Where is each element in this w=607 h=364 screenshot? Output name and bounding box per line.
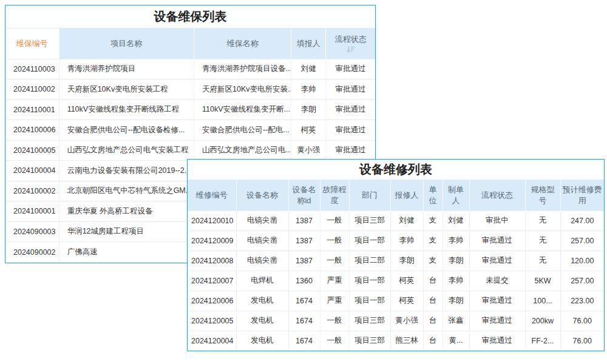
table-row[interactable]: 2024110003青海洪湖养护院项目青海洪湖养护院项目设备...刘健审批通过 bbox=[5, 59, 375, 79]
cell-dept: 项目二部 bbox=[349, 251, 390, 271]
cell-severity: 一般 bbox=[320, 211, 349, 231]
cell-status: 审批通过 bbox=[326, 140, 375, 161]
cell-device_id: 1387 bbox=[288, 231, 320, 251]
maintenance-header-status[interactable]: 流程状态 bbox=[326, 29, 375, 59]
cell-device[interactable]: 发电机 bbox=[236, 291, 288, 311]
table-row[interactable]: 2024120007电焊机1360严重项目一部柯英台李帅未提交5KW257.00 bbox=[188, 271, 604, 291]
cell-device[interactable]: 电镐尖凿 bbox=[236, 211, 288, 231]
cell-project[interactable]: 安徽合肥供电公司--配电设备检修... bbox=[59, 120, 194, 141]
table-row[interactable]: 2024110001110kV安徽线程集变开断线路工程110kV安徽线程集变开断… bbox=[5, 99, 375, 120]
cell-id[interactable]: 2024100005 bbox=[5, 140, 59, 161]
column-label: 规格型号 bbox=[531, 185, 555, 205]
repair-header-row: 维修编号设备名称设备名称id故障程度部门报修人单位制单人流程状态规格型号预计维修… bbox=[188, 180, 604, 211]
cell-cost: 120.00 bbox=[560, 251, 604, 271]
cell-id[interactable]: 2024120004 bbox=[188, 331, 236, 351]
cell-id[interactable]: 2024110001 bbox=[5, 99, 59, 120]
repair-header-spec: 规格型号 bbox=[525, 180, 560, 211]
cell-creator[interactable]: 刘健 bbox=[443, 211, 469, 231]
repair-header-device_id: 设备名称id bbox=[288, 180, 320, 211]
cell-id[interactable]: 2024100002 bbox=[5, 181, 59, 201]
repair-header-unit: 单位 bbox=[423, 180, 443, 211]
cell-spec: 200kw bbox=[525, 311, 560, 331]
sort-amount-icon bbox=[347, 46, 355, 53]
cell-id[interactable]: 2024100001 bbox=[5, 201, 59, 222]
cell-project[interactable]: 华润12城房建工程项目 bbox=[59, 221, 194, 242]
cell-id[interactable]: 2024120010 bbox=[188, 211, 236, 231]
cell-id[interactable]: 2024090003 bbox=[5, 221, 59, 242]
cell-severity: 一般 bbox=[320, 251, 349, 271]
cell-reporter[interactable]: 柯英 bbox=[390, 291, 423, 311]
table-row[interactable]: 2024120009电镐尖凿1387一般项目一部李帅支李帅审批通过无257.00 bbox=[188, 231, 604, 251]
cell-reporter[interactable]: 黄小强 bbox=[291, 140, 326, 161]
cell-id[interactable]: 2024120005 bbox=[188, 311, 236, 331]
cell-id[interactable]: 2024110002 bbox=[5, 79, 59, 100]
cell-unit: 支 bbox=[423, 251, 443, 271]
cell-reporter[interactable]: 黄小强 bbox=[390, 311, 423, 331]
table-row[interactable]: 2024120008电镐尖凿1387一般项目二部李朗支李朗审批通过无120.00 bbox=[188, 251, 604, 271]
cell-creator[interactable]: 黄... bbox=[443, 331, 469, 351]
table-row[interactable]: 2024100005山西弘文房地产总公司电气安装工程山西弘文房地产总公司电...… bbox=[5, 140, 375, 161]
cell-id[interactable]: 2024120007 bbox=[188, 271, 236, 291]
cell-id[interactable]: 2024100004 bbox=[5, 161, 59, 181]
cell-reporter[interactable]: 柯英 bbox=[291, 120, 326, 141]
cell-device[interactable]: 发电机 bbox=[236, 311, 288, 331]
cell-id[interactable]: 2024120006 bbox=[188, 291, 236, 311]
cell-device[interactable]: 电镐尖凿 bbox=[236, 251, 288, 271]
cell-name[interactable]: 天府新区10Kv变电所安装... bbox=[194, 79, 291, 100]
cell-creator[interactable]: 李朗 bbox=[443, 251, 469, 271]
table-row[interactable]: 2024120004发电机1674一般项目三部熊三林台黄...审批通过FF-2.… bbox=[188, 331, 604, 351]
repair-header-cost: 预计维修费用 bbox=[560, 180, 604, 211]
cell-device[interactable]: 发电机 bbox=[236, 331, 288, 351]
repair-header-status: 流程状态 bbox=[469, 180, 525, 211]
maintenance-header-reporter: 填报人 bbox=[291, 29, 326, 59]
cell-id[interactable]: 2024100006 bbox=[5, 120, 59, 141]
column-label: 项目名称 bbox=[110, 39, 142, 48]
cell-reporter[interactable]: 柯英 bbox=[390, 271, 423, 291]
cell-dept: 项目三部 bbox=[349, 211, 390, 231]
cell-reporter[interactable]: 刘健 bbox=[291, 59, 326, 79]
cell-id[interactable]: 2024110003 bbox=[5, 59, 59, 79]
cell-id[interactable]: 2024120008 bbox=[188, 251, 236, 271]
cell-reporter[interactable]: 李帅 bbox=[291, 79, 326, 100]
cell-device[interactable]: 电焊机 bbox=[236, 271, 288, 291]
cell-dept: 项目一部 bbox=[349, 291, 390, 311]
cell-severity: 一般 bbox=[320, 231, 349, 251]
cell-id[interactable]: 2024120009 bbox=[188, 231, 236, 251]
repair-header-creator: 制单人 bbox=[443, 180, 469, 211]
cell-creator[interactable]: 李朗 bbox=[443, 291, 469, 311]
cell-project[interactable]: 110kV安徽线程集变开断线路工程 bbox=[59, 99, 194, 120]
repair-table-title: 设备维修列表 bbox=[188, 160, 604, 180]
table-row[interactable]: 2024100006安徽合肥供电公司--配电设备检修...安徽合肥供电公司--配… bbox=[5, 120, 375, 141]
cell-name[interactable]: 安徽合肥供电公司--配电... bbox=[194, 120, 291, 141]
cell-status: 审批通过 bbox=[469, 291, 525, 311]
cell-name[interactable]: 青海洪湖养护院项目设备... bbox=[194, 59, 291, 79]
cell-creator[interactable]: 李帅 bbox=[443, 231, 469, 251]
cell-project[interactable]: 重庆华夏 外高桥工程设备 bbox=[59, 201, 194, 222]
cell-reporter[interactable]: 李帅 bbox=[390, 231, 423, 251]
cell-project[interactable]: 云南电力设备安装有限公司2019--2... bbox=[59, 161, 194, 181]
cell-creator[interactable]: 张鑫 bbox=[443, 311, 469, 331]
cell-reporter[interactable]: 李朗 bbox=[291, 99, 326, 120]
cell-reporter[interactable]: 熊三林 bbox=[390, 331, 423, 351]
cell-unit: 台 bbox=[423, 311, 443, 331]
cell-spec: FF-2... bbox=[525, 331, 560, 351]
table-row[interactable]: 2024120005发电机1674一般项目三部黄小强台张鑫审批通过200kw76… bbox=[188, 311, 604, 331]
cell-project[interactable]: 青海洪湖养护院项目 bbox=[59, 59, 194, 79]
cell-dept: 项目一部 bbox=[349, 231, 390, 251]
cell-name[interactable]: 山西弘文房地产总公司电... bbox=[194, 140, 291, 161]
cell-reporter[interactable]: 刘健 bbox=[390, 211, 423, 231]
table-row[interactable]: 2024120006发电机1674严重项目一部柯英台李朗审批通过100...22… bbox=[188, 291, 604, 311]
cell-project[interactable]: 广佛高速 bbox=[59, 242, 194, 263]
table-row[interactable]: 2024120010电镐尖凿1387一般项目三部刘健支刘健审批中无247.00 bbox=[188, 211, 604, 231]
cell-reporter[interactable]: 李朗 bbox=[390, 251, 423, 271]
cell-id[interactable]: 2024090002 bbox=[5, 242, 59, 263]
table-row[interactable]: 2024110002天府新区10Kv变电所安装工程天府新区10Kv变电所安装..… bbox=[5, 79, 375, 100]
cell-project[interactable]: 北京朝阳区电气中芯特气系统之GM... bbox=[59, 181, 194, 201]
cell-creator[interactable]: 李帅 bbox=[443, 271, 469, 291]
cell-name[interactable]: 110kV安徽线程集变开断... bbox=[194, 99, 291, 120]
column-label: 报修人 bbox=[395, 190, 419, 200]
cell-project[interactable]: 山西弘文房地产总公司电气安装工程 bbox=[59, 140, 194, 161]
cell-project[interactable]: 天府新区10Kv变电所安装工程 bbox=[59, 79, 194, 100]
cell-device[interactable]: 电镐尖凿 bbox=[236, 231, 288, 251]
column-label: 填报人 bbox=[297, 39, 320, 48]
